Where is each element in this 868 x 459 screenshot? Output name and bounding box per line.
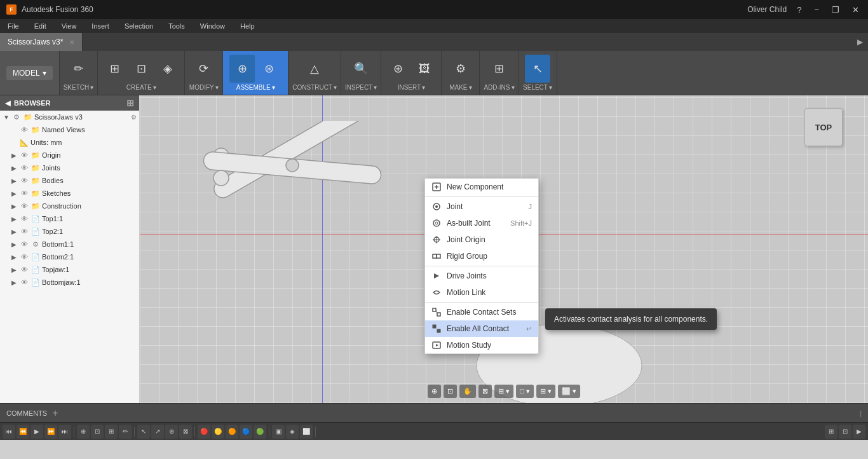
sketches-expand-icon[interactable]: ▶ [10, 190, 18, 197]
pan-tool-button[interactable]: ✋ [459, 385, 476, 398]
tree-item-root[interactable]: ▼ ⚙ 📁 ScissorJaws v3 ⚙ [0, 111, 139, 123]
browser-back-icon[interactable]: ◀ [5, 99, 10, 107]
inspect-button[interactable]: 🔍 [348, 55, 374, 83]
menu-item-drive-joints[interactable]: Drive Joints [425, 268, 538, 284]
tree-item-origin[interactable]: ▶ 👁 📁 Origin [0, 149, 139, 161]
bottom-right-1[interactable]: ⊞ [825, 425, 837, 439]
menu-window[interactable]: Window [198, 21, 227, 31]
grid-button[interactable]: ⊞ ▾ [536, 385, 555, 398]
tree-item-bottomjaw[interactable]: ▶ 👁 📄 Bottomjaw:1 [0, 276, 139, 289]
viewport[interactable]: TOP ⊕ ⊡ ✋ ⊠ ⊞ ▾ □ ▾ ⊞ ▾ ⬜ ▾ [140, 95, 868, 403]
bottom-right-2[interactable]: ⊡ [839, 425, 851, 439]
sketch-label[interactable]: SKETCH ▾ [64, 84, 94, 91]
bottom-prev-button[interactable]: ⏪ [17, 425, 29, 439]
menu-item-enable-contact-sets[interactable]: Enable Contact Sets [425, 304, 538, 320]
make-label[interactable]: MAKE ▾ [449, 84, 471, 91]
tree-item-topjaw[interactable]: ▶ 👁 📄 Topjaw:1 [0, 263, 139, 276]
model-dropdown-button[interactable]: MODEL ▾ [6, 66, 53, 80]
construct-label[interactable]: CONSTRUCT ▾ [292, 84, 337, 91]
tree-item-joints[interactable]: ▶ 👁 📁 Joints [0, 161, 139, 174]
create-label[interactable]: CREATE ▾ [126, 84, 156, 91]
tree-item-bodies[interactable]: ▶ 👁 📁 Bodies [0, 174, 139, 187]
origin-expand-icon[interactable]: ▶ [10, 152, 18, 159]
tab-scissorjaws[interactable]: ScissorJaws v3* ✕ [0, 33, 83, 51]
top2-expand-icon[interactable]: ▶ [10, 228, 18, 235]
tree-item-bottom2[interactable]: ▶ 👁 📄 Bottom2:1 [0, 250, 139, 263]
browser-pin-icon[interactable]: ⊞ [126, 98, 134, 108]
tree-item-bottom1[interactable]: ▶ 👁 ⚙ Bottom1:1 [0, 238, 139, 250]
select-button[interactable]: ↖ [525, 55, 550, 83]
tree-item-top2[interactable]: ▶ 👁 📄 Top2:1 [0, 225, 139, 238]
menu-item-joint[interactable]: Joint J [425, 198, 538, 215]
menu-file[interactable]: File [5, 21, 22, 31]
bottom-tool-3[interactable]: ⊞ [105, 425, 118, 439]
modify-label[interactable]: MODIFY ▾ [189, 84, 219, 91]
create-button2[interactable]: ⊡ [128, 55, 154, 83]
bottom-snap-4[interactable]: 🔵 [240, 425, 252, 439]
bottom-tool-2[interactable]: ⊡ [91, 425, 104, 439]
topjaw-expand-icon[interactable]: ▶ [10, 266, 18, 273]
make-button[interactable]: ⚙ [448, 55, 473, 83]
bottom2-expand-icon[interactable]: ▶ [10, 254, 18, 261]
menu-edit[interactable]: Edit [32, 21, 49, 31]
bottom-tool-1[interactable]: ⊕ [77, 425, 90, 439]
menu-item-motion-study[interactable]: Motion Study [425, 337, 538, 353]
construction-expand-icon[interactable]: ▶ [10, 203, 18, 210]
bottom-tool-8[interactable]: ⊠ [179, 425, 192, 439]
pivot-tool-button[interactable]: ⊕ [428, 385, 441, 398]
bottom-tool-6[interactable]: ↗ [151, 425, 164, 439]
menu-item-motion-link[interactable]: Motion Link [425, 284, 538, 301]
assemble-label[interactable]: ASSEMBLE ▾ [236, 84, 275, 91]
tab-close-icon[interactable]: ✕ [69, 39, 74, 46]
bottom-snap-5[interactable]: 🟢 [254, 425, 266, 439]
bottom-play-button[interactable]: ▶ [31, 425, 43, 439]
bottom-snap-3[interactable]: 🟠 [226, 425, 238, 439]
modify-button[interactable]: ⟳ [191, 55, 217, 83]
minimize-button[interactable]: − [811, 5, 822, 15]
bottom-back-button[interactable]: ⏮ [3, 425, 15, 439]
bottom-tool-5[interactable]: ↖ [137, 425, 150, 439]
insert-label[interactable]: INSERT ▾ [398, 84, 426, 91]
menu-item-rigid-group[interactable]: Rigid Group [425, 248, 538, 264]
tab-scroll-arrow[interactable]: ▶ [852, 38, 868, 46]
addins-button[interactable]: ⊞ [486, 55, 512, 83]
assemble-button[interactable]: ⊕ [229, 55, 255, 83]
menu-help[interactable]: Help [238, 21, 257, 31]
menu-view[interactable]: View [59, 21, 79, 31]
root-expand-icon[interactable]: ▼ [3, 114, 10, 121]
top1-expand-icon[interactable]: ▶ [10, 216, 18, 223]
menu-selection[interactable]: Selection [122, 21, 156, 31]
bottom-right-3[interactable]: ▶ [853, 425, 865, 439]
menu-item-new-component[interactable]: New Component [425, 179, 538, 195]
bottom-view-2[interactable]: ◈ [286, 425, 299, 439]
menu-item-asbuilt-joint[interactable]: As-built Joint Shift+J [425, 215, 538, 231]
restore-button[interactable]: ❐ [829, 5, 842, 15]
tree-item-namedviews[interactable]: 👁 📁 Named Views [0, 123, 139, 136]
insert-button[interactable]: ⊕ [385, 55, 410, 83]
zoom-fit-button[interactable]: ⊠ [478, 385, 492, 398]
create-button3[interactable]: ◈ [155, 55, 180, 83]
viewcube-button[interactable]: ⬜ ▾ [558, 385, 580, 398]
bottom1-expand-icon[interactable]: ▶ [10, 241, 18, 248]
display-mode-button[interactable]: □ ▾ [516, 385, 534, 398]
bottom-tool-7[interactable]: ⊛ [165, 425, 178, 439]
addins-label[interactable]: ADD-INS ▾ [484, 84, 514, 91]
inspect-label[interactable]: INSPECT ▾ [345, 84, 377, 91]
bottom-snap-2[interactable]: 🟡 [212, 425, 224, 439]
bottom-snap-1[interactable]: 🔴 [198, 425, 210, 439]
sketch-button[interactable]: ✏ [65, 55, 91, 83]
bottomjaw-expand-icon[interactable]: ▶ [10, 279, 18, 286]
bottom-end-button[interactable]: ⏭ [58, 425, 71, 439]
bottom-view-1[interactable]: ▣ [272, 425, 285, 439]
bottom-tool-4[interactable]: ✏ [119, 425, 132, 439]
menu-insert[interactable]: Insert [89, 21, 112, 31]
navigate-tool-button[interactable]: ⊡ [444, 385, 457, 398]
close-button[interactable]: ✕ [850, 5, 862, 15]
bodies-expand-icon[interactable]: ▶ [10, 177, 18, 184]
menu-item-enable-all-contact[interactable]: Enable All Contact ↵ [425, 320, 538, 337]
create-button[interactable]: ⊞ [102, 55, 127, 83]
menu-tools[interactable]: Tools [166, 21, 187, 31]
bottom-next-button[interactable]: ⏩ [44, 425, 57, 439]
menu-item-joint-origin[interactable]: Joint Origin [425, 231, 538, 248]
zoom-window-button[interactable]: ⊞ ▾ [494, 385, 513, 398]
